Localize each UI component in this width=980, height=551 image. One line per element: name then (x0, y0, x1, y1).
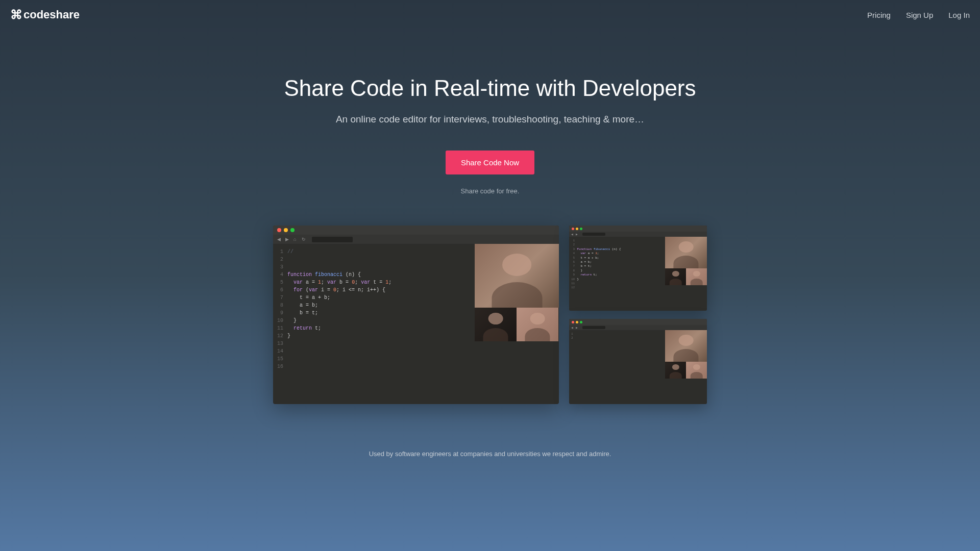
video-thumb-1 (475, 308, 517, 341)
video-panel (665, 330, 707, 379)
forward-icon: ▶ (285, 237, 290, 242)
reload-icon: ↻ (302, 237, 307, 242)
demo-container: ◀ ▶ ⌂ ↻ 12345678910111213141516 // funct… (184, 215, 796, 414)
maximize-icon (290, 228, 295, 232)
minimize-icon (284, 228, 288, 232)
footer-tagline: Used by software engineers at companies … (0, 414, 980, 468)
right-column: ◀ ▶ 123456789101112 function fibonacci (… (569, 226, 707, 404)
browser-bar: ◀ ▶ (569, 232, 707, 237)
window-chrome (569, 226, 707, 232)
back-icon: ◀ (571, 326, 574, 329)
forward-icon: ▶ (576, 233, 579, 236)
minimize-icon (576, 228, 578, 230)
address-bar (582, 326, 605, 329)
cta-subtext: Share code for free. (10, 187, 970, 195)
logo-text: codeshare (23, 8, 80, 21)
editor-large: ◀ ▶ ⌂ ↻ 12345678910111213141516 // funct… (273, 226, 559, 404)
video-thumb-2 (517, 308, 558, 341)
share-code-button[interactable]: Share Code Now (446, 151, 534, 174)
editor-small-1: ◀ ▶ 123456789101112 function fibonacci (… (569, 226, 707, 311)
hero: Share Code in Real-time with Developers … (0, 30, 980, 215)
maximize-icon (580, 321, 582, 323)
editor-small-2: ◀ ▶ 12 (569, 319, 707, 404)
video-thumb-1 (665, 362, 686, 379)
browser-bar: ◀ ▶ ⌂ ↻ (273, 235, 559, 244)
close-icon (572, 228, 574, 230)
close-icon (572, 321, 574, 323)
logo[interactable]: ⌘codeshare (10, 8, 80, 22)
hero-subtitle: An online code editor for interviews, tr… (10, 114, 970, 125)
window-chrome (569, 319, 707, 325)
video-thumbs (475, 308, 559, 341)
browser-bar: ◀ ▶ (569, 325, 707, 330)
video-thumb-2 (686, 362, 707, 379)
back-icon: ◀ (277, 237, 282, 242)
video-thumb-1 (665, 268, 686, 285)
nav-signup[interactable]: Sign Up (906, 11, 933, 19)
video-main (665, 330, 707, 362)
video-main (475, 244, 559, 308)
hero-title: Share Code in Real-time with Developers (10, 76, 970, 101)
video-panel (475, 244, 559, 341)
line-numbers: 123456789101112 (569, 239, 577, 290)
video-thumb-2 (686, 268, 707, 285)
nav: Pricing Sign Up Log In (867, 11, 970, 19)
video-main (665, 237, 707, 268)
nav-login[interactable]: Log In (948, 11, 970, 19)
line-numbers: 12345678910111213141516 (273, 248, 287, 370)
window-chrome (273, 226, 559, 235)
video-panel (665, 237, 707, 285)
address-bar (582, 233, 605, 236)
nav-pricing[interactable]: Pricing (867, 11, 891, 19)
video-thumbs (665, 362, 707, 379)
maximize-icon (580, 228, 582, 230)
address-bar (312, 237, 353, 242)
line-numbers: 12 (569, 332, 575, 341)
close-icon (277, 228, 281, 232)
forward-icon: ▶ (576, 326, 579, 329)
minimize-icon (576, 321, 578, 323)
logo-icon: ⌘ (10, 8, 22, 22)
back-icon: ◀ (571, 233, 574, 236)
home-icon: ⌂ (293, 237, 299, 242)
video-thumbs (665, 268, 707, 285)
header: ⌘codeshare Pricing Sign Up Log In (0, 0, 980, 30)
